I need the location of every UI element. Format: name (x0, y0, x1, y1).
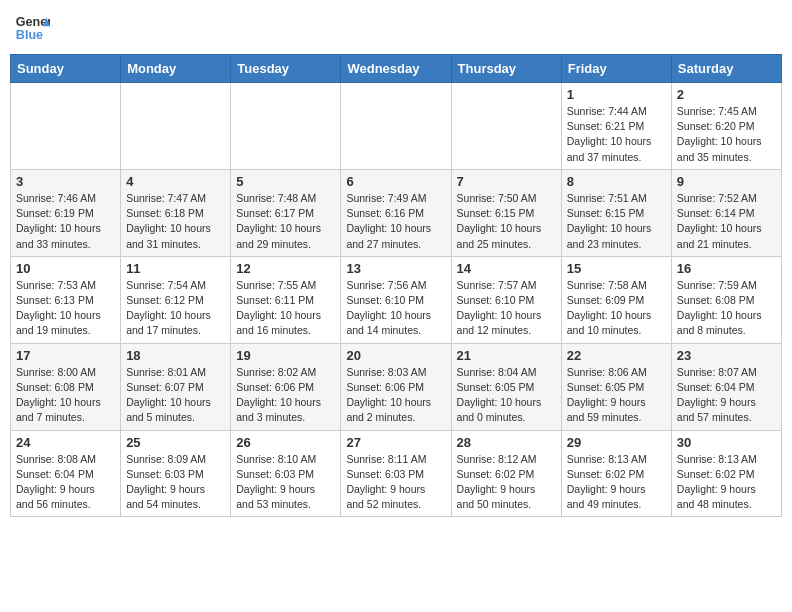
day-number: 14 (457, 261, 556, 276)
day-info: Sunrise: 8:11 AMSunset: 6:03 PMDaylight:… (346, 452, 445, 513)
calendar-cell (341, 83, 451, 170)
calendar-week-5: 24Sunrise: 8:08 AMSunset: 6:04 PMDayligh… (11, 430, 782, 517)
day-info: Sunrise: 8:04 AMSunset: 6:05 PMDaylight:… (457, 365, 556, 426)
day-info: Sunrise: 8:01 AMSunset: 6:07 PMDaylight:… (126, 365, 225, 426)
weekday-header-monday: Monday (121, 55, 231, 83)
day-number: 15 (567, 261, 666, 276)
calendar-cell: 18Sunrise: 8:01 AMSunset: 6:07 PMDayligh… (121, 343, 231, 430)
calendar-cell: 11Sunrise: 7:54 AMSunset: 6:12 PMDayligh… (121, 256, 231, 343)
day-number: 9 (677, 174, 776, 189)
calendar-cell: 10Sunrise: 7:53 AMSunset: 6:13 PMDayligh… (11, 256, 121, 343)
calendar-cell: 28Sunrise: 8:12 AMSunset: 6:02 PMDayligh… (451, 430, 561, 517)
calendar-cell: 16Sunrise: 7:59 AMSunset: 6:08 PMDayligh… (671, 256, 781, 343)
calendar-cell: 26Sunrise: 8:10 AMSunset: 6:03 PMDayligh… (231, 430, 341, 517)
calendar-table: SundayMondayTuesdayWednesdayThursdayFrid… (10, 54, 782, 517)
weekday-header-tuesday: Tuesday (231, 55, 341, 83)
calendar-cell: 12Sunrise: 7:55 AMSunset: 6:11 PMDayligh… (231, 256, 341, 343)
calendar-cell (231, 83, 341, 170)
day-number: 25 (126, 435, 225, 450)
day-info: Sunrise: 7:53 AMSunset: 6:13 PMDaylight:… (16, 278, 115, 339)
day-number: 11 (126, 261, 225, 276)
day-info: Sunrise: 7:46 AMSunset: 6:19 PMDaylight:… (16, 191, 115, 252)
day-info: Sunrise: 7:58 AMSunset: 6:09 PMDaylight:… (567, 278, 666, 339)
day-info: Sunrise: 7:59 AMSunset: 6:08 PMDaylight:… (677, 278, 776, 339)
calendar-cell: 8Sunrise: 7:51 AMSunset: 6:15 PMDaylight… (561, 169, 671, 256)
page-header: General Blue (10, 10, 782, 46)
day-info: Sunrise: 7:47 AMSunset: 6:18 PMDaylight:… (126, 191, 225, 252)
day-number: 29 (567, 435, 666, 450)
day-number: 6 (346, 174, 445, 189)
day-number: 16 (677, 261, 776, 276)
weekday-header-thursday: Thursday (451, 55, 561, 83)
calendar-cell: 24Sunrise: 8:08 AMSunset: 6:04 PMDayligh… (11, 430, 121, 517)
day-info: Sunrise: 8:12 AMSunset: 6:02 PMDaylight:… (457, 452, 556, 513)
day-info: Sunrise: 8:08 AMSunset: 6:04 PMDaylight:… (16, 452, 115, 513)
day-info: Sunrise: 7:50 AMSunset: 6:15 PMDaylight:… (457, 191, 556, 252)
day-number: 4 (126, 174, 225, 189)
day-info: Sunrise: 7:52 AMSunset: 6:14 PMDaylight:… (677, 191, 776, 252)
day-info: Sunrise: 8:13 AMSunset: 6:02 PMDaylight:… (567, 452, 666, 513)
day-number: 23 (677, 348, 776, 363)
day-number: 19 (236, 348, 335, 363)
day-number: 24 (16, 435, 115, 450)
day-number: 8 (567, 174, 666, 189)
day-info: Sunrise: 8:02 AMSunset: 6:06 PMDaylight:… (236, 365, 335, 426)
day-number: 18 (126, 348, 225, 363)
weekday-header-wednesday: Wednesday (341, 55, 451, 83)
weekday-header-friday: Friday (561, 55, 671, 83)
day-number: 12 (236, 261, 335, 276)
day-info: Sunrise: 8:00 AMSunset: 6:08 PMDaylight:… (16, 365, 115, 426)
calendar-cell: 3Sunrise: 7:46 AMSunset: 6:19 PMDaylight… (11, 169, 121, 256)
calendar-week-4: 17Sunrise: 8:00 AMSunset: 6:08 PMDayligh… (11, 343, 782, 430)
day-info: Sunrise: 7:49 AMSunset: 6:16 PMDaylight:… (346, 191, 445, 252)
day-number: 17 (16, 348, 115, 363)
calendar-cell: 19Sunrise: 8:02 AMSunset: 6:06 PMDayligh… (231, 343, 341, 430)
day-info: Sunrise: 7:44 AMSunset: 6:21 PMDaylight:… (567, 104, 666, 165)
calendar-cell: 15Sunrise: 7:58 AMSunset: 6:09 PMDayligh… (561, 256, 671, 343)
day-number: 30 (677, 435, 776, 450)
day-info: Sunrise: 7:48 AMSunset: 6:17 PMDaylight:… (236, 191, 335, 252)
weekday-header-sunday: Sunday (11, 55, 121, 83)
weekday-header-saturday: Saturday (671, 55, 781, 83)
day-number: 21 (457, 348, 556, 363)
day-number: 28 (457, 435, 556, 450)
calendar-cell: 25Sunrise: 8:09 AMSunset: 6:03 PMDayligh… (121, 430, 231, 517)
day-number: 3 (16, 174, 115, 189)
day-number: 7 (457, 174, 556, 189)
day-info: Sunrise: 7:56 AMSunset: 6:10 PMDaylight:… (346, 278, 445, 339)
day-number: 13 (346, 261, 445, 276)
day-info: Sunrise: 8:03 AMSunset: 6:06 PMDaylight:… (346, 365, 445, 426)
day-info: Sunrise: 7:45 AMSunset: 6:20 PMDaylight:… (677, 104, 776, 165)
calendar-cell: 27Sunrise: 8:11 AMSunset: 6:03 PMDayligh… (341, 430, 451, 517)
calendar-cell: 6Sunrise: 7:49 AMSunset: 6:16 PMDaylight… (341, 169, 451, 256)
calendar-cell: 1Sunrise: 7:44 AMSunset: 6:21 PMDaylight… (561, 83, 671, 170)
svg-text:Blue: Blue (16, 28, 43, 42)
calendar-cell: 5Sunrise: 7:48 AMSunset: 6:17 PMDaylight… (231, 169, 341, 256)
calendar-cell (451, 83, 561, 170)
calendar-cell: 22Sunrise: 8:06 AMSunset: 6:05 PMDayligh… (561, 343, 671, 430)
calendar-cell: 21Sunrise: 8:04 AMSunset: 6:05 PMDayligh… (451, 343, 561, 430)
weekday-header-row: SundayMondayTuesdayWednesdayThursdayFrid… (11, 55, 782, 83)
day-number: 20 (346, 348, 445, 363)
calendar-week-2: 3Sunrise: 7:46 AMSunset: 6:19 PMDaylight… (11, 169, 782, 256)
calendar-cell: 23Sunrise: 8:07 AMSunset: 6:04 PMDayligh… (671, 343, 781, 430)
day-info: Sunrise: 8:10 AMSunset: 6:03 PMDaylight:… (236, 452, 335, 513)
calendar-cell: 7Sunrise: 7:50 AMSunset: 6:15 PMDaylight… (451, 169, 561, 256)
calendar-cell: 4Sunrise: 7:47 AMSunset: 6:18 PMDaylight… (121, 169, 231, 256)
calendar-cell: 13Sunrise: 7:56 AMSunset: 6:10 PMDayligh… (341, 256, 451, 343)
day-number: 27 (346, 435, 445, 450)
calendar-cell: 20Sunrise: 8:03 AMSunset: 6:06 PMDayligh… (341, 343, 451, 430)
calendar-week-1: 1Sunrise: 7:44 AMSunset: 6:21 PMDaylight… (11, 83, 782, 170)
day-info: Sunrise: 7:55 AMSunset: 6:11 PMDaylight:… (236, 278, 335, 339)
calendar-week-3: 10Sunrise: 7:53 AMSunset: 6:13 PMDayligh… (11, 256, 782, 343)
calendar-cell: 17Sunrise: 8:00 AMSunset: 6:08 PMDayligh… (11, 343, 121, 430)
calendar-cell: 29Sunrise: 8:13 AMSunset: 6:02 PMDayligh… (561, 430, 671, 517)
day-number: 26 (236, 435, 335, 450)
day-number: 22 (567, 348, 666, 363)
day-number: 5 (236, 174, 335, 189)
day-info: Sunrise: 8:13 AMSunset: 6:02 PMDaylight:… (677, 452, 776, 513)
calendar-cell: 2Sunrise: 7:45 AMSunset: 6:20 PMDaylight… (671, 83, 781, 170)
calendar-cell: 9Sunrise: 7:52 AMSunset: 6:14 PMDaylight… (671, 169, 781, 256)
day-info: Sunrise: 8:06 AMSunset: 6:05 PMDaylight:… (567, 365, 666, 426)
day-number: 2 (677, 87, 776, 102)
